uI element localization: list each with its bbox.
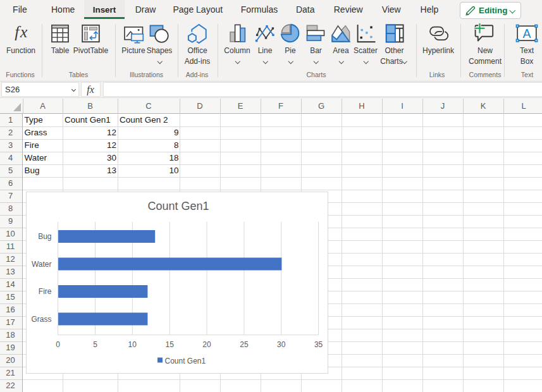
svg-text:A: A (522, 27, 531, 40)
svg-text:Bug: Bug (38, 232, 51, 241)
svg-text:Water: Water (32, 260, 52, 269)
svg-text:30: 30 (277, 340, 286, 349)
svg-text:Count Gen1: Count Gen1 (165, 357, 206, 365)
svg-text:0: 0 (56, 340, 60, 349)
svg-text:fx: fx (87, 84, 94, 95)
svg-text:35: 35 (314, 340, 323, 349)
svg-text:Fire: Fire (39, 287, 52, 296)
svg-text:Grass: Grass (31, 315, 51, 324)
svg-text:15: 15 (166, 340, 175, 349)
svg-text:25: 25 (240, 340, 249, 349)
svg-text:10: 10 (128, 340, 137, 349)
svg-text:5: 5 (93, 340, 97, 349)
svg-text:fx: fx (15, 23, 28, 41)
svg-text:Count Gen1: Count Gen1 (147, 200, 209, 212)
svg-text:20: 20 (202, 340, 211, 349)
